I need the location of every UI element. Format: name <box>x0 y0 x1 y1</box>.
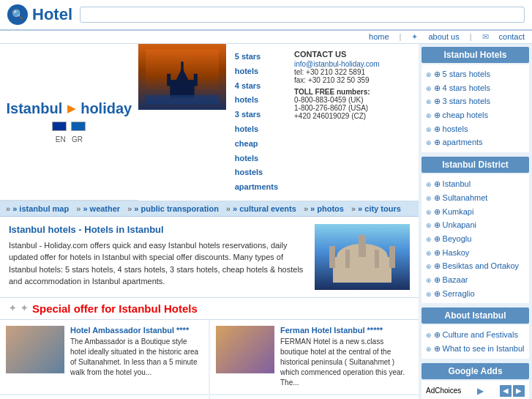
subnav-weather[interactable]: » weather <box>76 204 120 213</box>
ad-navigation-arrows: ◀ ▶ <box>500 385 525 397</box>
special-offer-section: ✦ Special offer for Istanbul Hotels <box>0 298 419 320</box>
flag-eu <box>52 122 67 131</box>
sidebar-link-3stars[interactable]: ⊕ 3 stars hotels <box>426 94 525 108</box>
contact-fax: fax: +30 210 32 50 359 <box>294 76 370 84</box>
hotel-info-ferman: Ferman Hotel Istanbul ***** FERMAN Hotel… <box>280 326 413 388</box>
hotel-cards-grid: Hotel Ambassador Istanbul **** The Ambas… <box>0 320 419 399</box>
search-icon: 🔍 <box>7 4 28 25</box>
ad-prev-arrow[interactable]: ◀ <box>500 385 512 397</box>
subnav-istanbul-map[interactable]: » istanbul map <box>6 204 69 213</box>
lang-labels[interactable]: EN GR <box>56 135 83 143</box>
search-input[interactable] <box>80 7 525 23</box>
brand-logo: Istanbul ▶ holiday <box>7 100 132 117</box>
link-5stars[interactable]: 5 stars hotels <box>235 50 278 79</box>
hotel-card-2: Cordial House Hotel Istanbul ** offers a… <box>0 395 209 399</box>
adchoices-icon: ▶ <box>477 386 484 396</box>
sidebar-about-what-to-see[interactable]: ⊕ What to see in Istanbul <box>426 342 525 356</box>
right-sidebar: Istanbul Hotels ⊕ 5 stars hotels ⊕ 4 sta… <box>419 44 532 399</box>
svg-rect-3 <box>181 61 183 71</box>
nav-about[interactable]: about us <box>428 32 459 42</box>
sidebar-link-hostels[interactable]: ⊕ hostels <box>426 122 525 136</box>
nav-contact[interactable]: contact <box>499 32 525 42</box>
svg-rect-13 <box>345 250 350 268</box>
toll-free-title: TOLL FREE numbers: <box>294 88 411 96</box>
brand-name-part1: Istanbul <box>7 100 63 117</box>
svg-rect-6 <box>146 95 219 105</box>
site-logo[interactable]: Hotel <box>32 5 72 24</box>
contact-icon: ✉ <box>482 32 489 42</box>
svg-rect-5 <box>194 74 198 86</box>
subnav-transport[interactable]: » public transporation <box>127 204 219 213</box>
contact-title: CONTACT US <box>294 50 411 59</box>
link-apartments[interactable]: apartments <box>235 180 278 195</box>
subnav-photos[interactable]: » photos <box>304 204 344 213</box>
hotel-card-0: Hotel Ambassador Istanbul **** The Ambas… <box>0 320 209 394</box>
content-body: Istanbul - Holiday.com offers quick and … <box>9 239 307 288</box>
toll-number-3: +420 246019029 (CZ) <box>294 112 411 120</box>
link-hostels[interactable]: hostels <box>235 165 278 180</box>
hotel-img-ferman <box>216 326 274 373</box>
ad-next-arrow[interactable]: ▶ <box>513 385 525 397</box>
hotel-name-1[interactable]: Ferman Hotel Istanbul ***** <box>280 326 413 335</box>
sidebar-about-culture[interactable]: ⊕ Culture and Festivals <box>426 328 525 342</box>
main-wrapper: Istanbul ▶ holiday EN GR <box>0 44 532 399</box>
link-cheap-hotels[interactable]: cheap hotels <box>235 137 278 166</box>
svg-rect-4 <box>167 74 171 86</box>
hotel-types-list: 5 stars hotels 4 stars hotels 3 stars ho… <box>226 44 287 201</box>
sidebar-link-4stars[interactable]: ⊕ 4 stars hotels <box>426 81 525 95</box>
nav-separator: | <box>400 32 402 42</box>
sidebar-district-sultanahmet[interactable]: ⊕ Sultanahmet <box>426 191 525 205</box>
toll-number-1: 0-800-883-0459 (UK) <box>294 96 411 104</box>
sidebar-district-unkapani[interactable]: ⊕ Unkapani <box>426 218 525 232</box>
adchoices-label: AdChoices <box>426 387 461 395</box>
sidebar-district-bazaar[interactable]: ⊕ Bazaar <box>426 273 525 287</box>
svg-rect-11 <box>329 246 335 268</box>
top-navigation: home | ✦ about us | ✉ contact <box>0 31 532 44</box>
sidebar-district-beyoglu[interactable]: ⊕ Beyoglu <box>426 232 525 246</box>
link-3stars[interactable]: 3 stars hotels <box>235 108 278 137</box>
content-area: Istanbul hotels - Hotels in Istanbul Ist… <box>0 217 419 298</box>
istanbul-hero-svg <box>146 48 219 106</box>
hotel-img-ambassador <box>6 326 64 373</box>
sidebar-district-besiktas[interactable]: ⊕ Besiktas and Ortakoy <box>426 259 525 273</box>
contact-email[interactable]: info@istanbul-holiday.com <box>294 60 380 68</box>
hotel-desc-0: The Ambassador is a Boutique style hotel… <box>70 337 203 378</box>
svg-rect-10 <box>359 235 366 257</box>
sidebar-istanbul-hotels-title: Istanbul Hotels <box>422 47 529 63</box>
logo-area: 🔍 Hotel <box>7 4 72 25</box>
contact-info: CONTACT US info@istanbul-holiday.com tel… <box>287 44 419 201</box>
offer-icon: ✦ <box>20 303 28 313</box>
sidebar-link-cheap[interactable]: ⊕ cheap hotels <box>426 108 525 122</box>
hero-image <box>138 44 226 110</box>
adchoices-bar: AdChoices ▶ ◀ ▶ <box>422 381 529 399</box>
subnav-cultural[interactable]: » cultural events <box>226 204 296 213</box>
sub-navigation: » istanbul map » weather » public transp… <box>0 201 419 217</box>
sidebar-district-list: ⊕ Istanbul ⊕ Sultanahmet ⊕ Kumkapi ⊕ Unk… <box>422 174 529 303</box>
hotel-name-0[interactable]: Hotel Ambassador Istanbul **** <box>70 326 203 335</box>
brand-section: Istanbul ▶ holiday EN GR <box>0 44 138 201</box>
sidebar-link-5stars[interactable]: ⊕ 5 stars hotels <box>426 67 525 81</box>
content-title: Istanbul hotels - Hotels in Istanbul <box>9 224 307 235</box>
link-4stars[interactable]: 4 stars hotels <box>235 79 278 108</box>
hotel-desc-1: FERMAN Hotel is a new s.class boutique h… <box>280 337 413 388</box>
sidebar-about-title: About Istanbul <box>422 307 529 324</box>
content-text: Istanbul hotels - Hotels in Istanbul Ist… <box>9 224 307 290</box>
sidebar-district-istanbul[interactable]: ⊕ Istanbul <box>426 177 525 191</box>
left-content: Istanbul ▶ holiday EN GR <box>0 44 419 399</box>
sidebar-about-list: ⊕ Culture and Festivals ⊕ What to see in… <box>422 325 529 358</box>
sidebar-district-title: Istanbul District <box>422 157 529 173</box>
sidebar-link-apartments[interactable]: ⊕ apartments <box>426 135 525 149</box>
play-icon: ▶ <box>67 102 75 114</box>
subnav-city-tours[interactable]: » city tours <box>351 204 401 213</box>
google-adds-title: Google Adds <box>422 363 529 379</box>
sidebar-district-haskoy[interactable]: ⊕ Haskoy <box>426 246 525 260</box>
contact-tel: tel: +30 210 322 5891 <box>294 68 365 76</box>
sidebar-district-kumkapi[interactable]: ⊕ Kumkapi <box>426 205 525 219</box>
toll-number-2: 1-800-276-8607 (USA) <box>294 104 411 112</box>
sidebar-district-serraglio[interactable]: ⊕ Serraglio <box>426 287 525 301</box>
nav-separator2: | <box>470 32 472 42</box>
language-selector[interactable] <box>52 122 86 131</box>
nav-home[interactable]: home <box>369 32 389 42</box>
about-us-icon: ✦ <box>411 32 418 42</box>
flag-gr <box>71 122 86 131</box>
